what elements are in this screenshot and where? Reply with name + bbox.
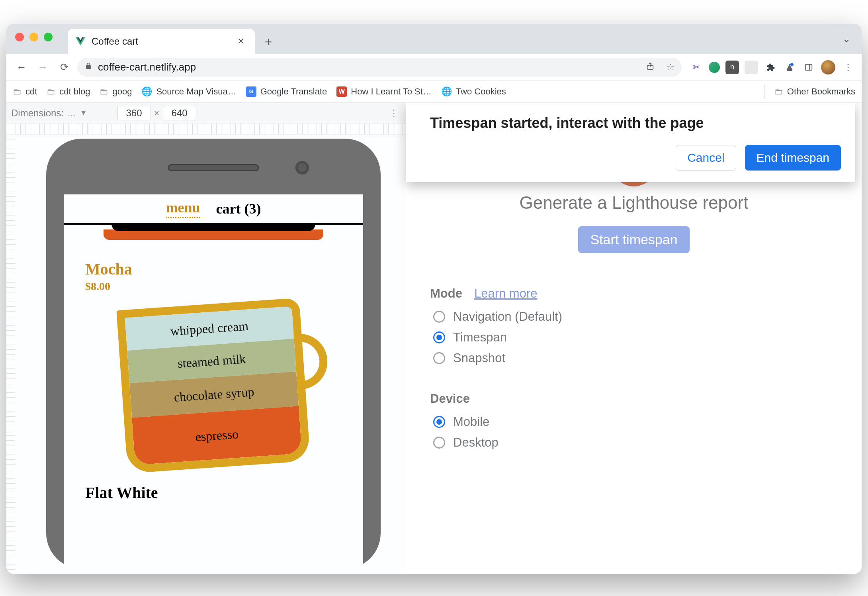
window-controls [15, 33, 53, 41]
timespan-modal: Timespan started, interact with the page… [406, 103, 855, 182]
end-timespan-button[interactable]: End timespan [745, 145, 841, 171]
reload-button[interactable]: ⟳ [56, 59, 73, 76]
tabs-dropdown-button[interactable]: ⌄ [843, 33, 850, 45]
mode-option-snapshot[interactable]: Snapshot [433, 351, 862, 365]
side-panel-button[interactable] [802, 61, 815, 74]
nav-menu-link[interactable]: menu [166, 199, 200, 218]
bookmark-label: How I Learnt To St… [351, 86, 432, 97]
phone-screen[interactable]: menu cart (3) Mocha $8.00 [64, 194, 363, 570]
extension-scissors-icon[interactable]: ✂ [690, 61, 703, 74]
bookmark-label: Google Translate [260, 86, 327, 97]
labs-icon[interactable] [783, 61, 796, 74]
toolbar: ← → ⟳ coffee-cart.netlify.app ☆ ✂ n [6, 54, 862, 80]
lock-icon [84, 62, 92, 72]
bookmark-item[interactable]: GGoogle Translate [246, 86, 327, 97]
close-tab-button[interactable]: ✕ [236, 35, 246, 48]
mode-option-navigation[interactable]: Navigation (Default) [433, 310, 862, 324]
nav-underline [64, 224, 363, 244]
product-name: Mocha [85, 260, 342, 278]
bookmark-folder[interactable]: 🗀goog [100, 86, 132, 97]
product-name: Flat White [64, 467, 363, 502]
bookmarks-bar: 🗀cdt 🗀cdt blog 🗀goog 🌐Source Map Visua… … [6, 80, 862, 103]
nav-cart-link[interactable]: cart (3) [216, 200, 261, 217]
extension-grid-icon[interactable] [745, 61, 758, 74]
share-button[interactable] [643, 62, 658, 73]
device-label: Device [430, 392, 470, 406]
close-window-button[interactable] [15, 33, 24, 41]
svg-point-3 [790, 63, 794, 66]
device-preview-pane: Dimensions: … ▼ 360 × 640 ⋮ menu cart ( [6, 103, 406, 574]
titlebar: Coffee cart ✕ ＋ ⌄ [6, 24, 862, 54]
bookmark-folder[interactable]: 🗀cdt [13, 86, 37, 97]
device-toolbar: Dimensions: … ▼ 360 × 640 ⋮ [6, 103, 406, 124]
device-stage: menu cart (3) Mocha $8.00 [6, 135, 406, 574]
modal-message: Timespan started, interact with the page [430, 115, 841, 131]
option-label: Navigation (Default) [453, 310, 562, 324]
maximize-window-button[interactable] [44, 33, 53, 41]
product-price: $8.00 [85, 280, 342, 293]
extension-green-icon[interactable] [709, 62, 720, 73]
dimensions-label[interactable]: Dimensions: … [10, 108, 76, 119]
bookmark-item[interactable]: 🌐Two Cookies [441, 86, 506, 97]
vue-favicon-icon [75, 36, 86, 47]
new-tab-button[interactable]: ＋ [260, 33, 276, 49]
bookmarks-divider [764, 84, 765, 99]
svg-rect-4 [805, 64, 812, 70]
minimize-window-button[interactable] [29, 33, 38, 41]
radio-icon [433, 352, 445, 364]
device-toolbar-menu[interactable]: ⋮ [389, 108, 403, 119]
device-option-mobile[interactable]: Mobile [433, 415, 862, 429]
mode-section: Mode Learn more Navigation (Default) Tim… [430, 286, 862, 372]
extension-icons: ✂ n ⋮ [690, 60, 855, 74]
coffee-mug-illustration: whipped cream steamed milk chocolate syr… [116, 298, 310, 473]
radio-icon [433, 331, 445, 343]
radio-icon [433, 437, 445, 449]
app-nav: menu cart (3) [64, 194, 363, 225]
option-label: Desktop [453, 435, 499, 450]
bookmark-label: cdt [25, 86, 37, 97]
back-button[interactable]: ← [13, 59, 30, 76]
bookmark-label: Other Bookmarks [787, 86, 855, 97]
option-label: Mobile [453, 415, 489, 429]
bookmark-item[interactable]: WHow I Learnt To St… [336, 86, 432, 97]
browser-window: Coffee cart ✕ ＋ ⌄ ← → ⟳ coffee-cart.netl… [6, 24, 862, 574]
phone-camera [295, 161, 309, 174]
start-timespan-button[interactable]: Start timespan [578, 226, 689, 253]
bookmark-folder[interactable]: 🗀cdt blog [47, 86, 90, 97]
horizontal-ruler [6, 124, 406, 135]
mode-label: Mode [430, 286, 462, 301]
height-input[interactable]: 640 [163, 106, 196, 120]
radio-icon [433, 311, 445, 323]
device-option-desktop[interactable]: Desktop [433, 435, 862, 450]
tab-title: Coffee cart [92, 36, 230, 47]
url-text: coffee-cart.netlify.app [98, 61, 637, 73]
option-label: Snapshot [453, 351, 505, 365]
browser-tab[interactable]: Coffee cart ✕ [68, 29, 255, 54]
cancel-button[interactable]: Cancel [676, 145, 736, 171]
bookmark-star-button[interactable]: ☆ [663, 62, 678, 73]
chrome-menu-button[interactable]: ⋮ [841, 62, 855, 73]
forward-button[interactable]: → [34, 59, 52, 76]
profile-avatar[interactable] [821, 60, 835, 74]
dimension-separator: × [154, 108, 160, 119]
dimensions-dropdown-icon[interactable]: ▼ [80, 109, 87, 117]
option-label: Timespan [453, 330, 507, 345]
phone-frame: menu cart (3) Mocha $8.00 [46, 139, 381, 569]
extensions-menu-button[interactable] [764, 61, 777, 74]
address-bar[interactable]: coffee-cart.netlify.app ☆ [77, 58, 682, 77]
bookmark-item[interactable]: 🌐Source Map Visua… [141, 86, 236, 97]
lighthouse-heading: Generate a Lighthouse report [406, 193, 862, 213]
bookmark-label: goog [112, 86, 132, 97]
product-card[interactable]: Mocha $8.00 whipped cream steamed milk c… [64, 244, 363, 467]
mode-option-timespan[interactable]: Timespan [433, 330, 862, 345]
device-section: Device Mobile Desktop [430, 392, 862, 456]
phone-speaker [168, 164, 259, 171]
content: Dimensions: … ▼ 360 × 640 ⋮ menu cart ( [6, 103, 862, 574]
radio-icon [433, 416, 445, 428]
bookmark-label: cdt blog [59, 86, 90, 97]
bookmark-label: Two Cookies [456, 86, 506, 97]
extension-square-icon[interactable]: n [725, 61, 739, 74]
other-bookmarks-button[interactable]: 🗀Other Bookmarks [774, 86, 855, 97]
learn-more-link[interactable]: Learn more [474, 286, 538, 301]
width-input[interactable]: 360 [117, 106, 151, 120]
